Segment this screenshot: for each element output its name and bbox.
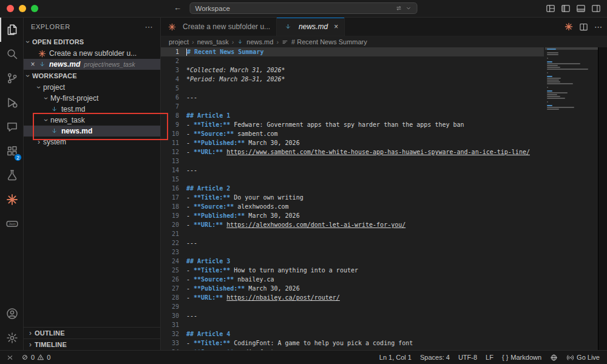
editor-line[interactable]: 9- **Title:** Fedware: Government apps t… (161, 120, 544, 129)
globe-button[interactable] (550, 354, 558, 362)
editor-line[interactable]: 33- **Title:** CodingFont: A game to hel… (161, 339, 544, 348)
line-number: 6 (161, 94, 186, 101)
chevron-down-icon[interactable] (405, 5, 412, 12)
minimize-window-button[interactable] (19, 5, 26, 12)
activity-json-button[interactable]: Json (0, 212, 23, 236)
editor-line[interactable]: 21 (161, 229, 544, 238)
more-actions-icon[interactable]: ⋯ (594, 22, 602, 32)
activity-extensions-button[interactable]: 2 (0, 139, 23, 163)
editor-line[interactable]: 2 (161, 56, 544, 66)
tab-create-subfolder[interactable]: Create a new subfolder u... (161, 18, 277, 36)
editor-line[interactable]: 20- **URL:** https://alexhwoods.com/dont… (161, 220, 544, 229)
toggle-primary-sidebar-icon[interactable] (561, 4, 571, 13)
scrollbar[interactable] (598, 47, 607, 350)
breadcrumb-news-md[interactable]: news.md (246, 38, 273, 46)
editor-line[interactable]: 12- **URL:** https://www.sambent.com/the… (161, 147, 544, 157)
editor-line[interactable]: 30--- (161, 311, 544, 320)
minimap[interactable] (545, 47, 599, 350)
editor-line[interactable]: 3*Collected: March 31, 2026* (161, 66, 544, 75)
chevron-down-icon: › (35, 83, 43, 92)
editor-line[interactable]: 32## Article 4 (161, 329, 544, 339)
outline-header[interactable]: › OUTLINE (24, 327, 160, 339)
activity-accounts-button[interactable] (0, 302, 23, 326)
customize-layout-icon[interactable] (546, 4, 555, 13)
command-center[interactable]: Workspace (190, 2, 418, 14)
tab-news-md[interactable]: news.md × (277, 18, 345, 36)
tree-folder-news-task[interactable]: ›news_task (24, 115, 160, 126)
editor-line[interactable]: 27- **Published:** March 30, 2026 (161, 284, 544, 293)
split-editor-icon[interactable] (579, 22, 588, 32)
close-editor-icon[interactable]: × (29, 60, 37, 69)
language-mode[interactable]: { } Markdown (502, 354, 541, 361)
close-tab-icon[interactable]: × (334, 22, 338, 31)
editor-line[interactable]: 34- **Source:** codingfont.com (161, 348, 544, 350)
minimap-line (547, 81, 560, 83)
remote-indicator[interactable] (6, 354, 14, 362)
sidebar-more-actions-icon[interactable]: ⋯ (144, 22, 153, 32)
editor-line[interactable]: 10- **Source:** sambent.com (161, 129, 544, 138)
editor-line[interactable]: 19- **Published:** March 30, 2026 (161, 211, 544, 220)
close-window-button[interactable] (7, 5, 14, 12)
editor-line[interactable]: 7 (161, 102, 544, 111)
activity-chat-button[interactable] (0, 115, 23, 139)
editor-line[interactable]: 22--- (161, 238, 544, 248)
editor[interactable]: 1# Recent News Summary23*Collected: Marc… (161, 47, 607, 350)
toggle-panel-icon[interactable] (576, 4, 586, 13)
cursor-position[interactable]: Ln 1, Col 1 (379, 354, 412, 361)
editor-line[interactable]: 26- **Source:** nbailey.ca (161, 275, 544, 284)
editor-line[interactable]: 4*Period: March 28–31, 2026* (161, 75, 544, 84)
encoding[interactable]: UTF-8 (458, 354, 477, 361)
claude-action-icon[interactable] (565, 22, 573, 31)
editor-line[interactable]: 11- **Published:** March 30, 2026 (161, 138, 544, 147)
activity-explorer-button[interactable] (0, 18, 23, 42)
line-number: 34 (161, 349, 186, 350)
tree-folder-project[interactable]: ›project (24, 82, 160, 93)
activity-source-control-button[interactable] (0, 66, 23, 90)
editor-line[interactable]: 15 (161, 175, 544, 184)
toggle-secondary-sidebar-icon[interactable] (591, 4, 601, 13)
editor-line[interactable]: 17- **Title:** Do your own writing (161, 193, 544, 202)
open-editor-news-md[interactable]: × news.md project/news_task (24, 59, 160, 70)
editor-line[interactable]: 13 (161, 157, 544, 166)
editor-line[interactable]: 5 (161, 84, 544, 93)
workspace-header[interactable]: › WORKSPACE (24, 70, 160, 82)
editor-line[interactable]: 14--- (161, 166, 544, 175)
editor-line[interactable]: 18- **Source:** alexhwoods.com (161, 202, 544, 211)
go-live-button[interactable]: Go Live (566, 354, 600, 362)
breadcrumb-news-task[interactable]: news_task (197, 38, 229, 46)
indentation[interactable]: Spaces: 4 (420, 354, 450, 361)
activity-run-debug-button[interactable] (0, 90, 23, 115)
activity-testing-button[interactable] (0, 163, 23, 187)
tab-label: news.md (299, 22, 328, 31)
activity-claude-button[interactable] (0, 187, 23, 212)
workspace-switch-icon[interactable] (395, 4, 403, 12)
editor-line[interactable]: 8## Article 1 (161, 111, 544, 120)
editor-line[interactable]: 25- **Title:** How to turn anything into… (161, 266, 544, 275)
problems-indicator[interactable]: 0 0 (21, 354, 50, 361)
editor-line[interactable]: 31 (161, 320, 544, 329)
editor-line[interactable]: 23 (161, 248, 544, 257)
code-segment: ## Article 3 (186, 258, 230, 265)
tree-file-test-md[interactable]: test.md (24, 104, 160, 115)
activity-search-button[interactable] (0, 42, 23, 66)
editor-line[interactable]: 16## Article 2 (161, 184, 544, 193)
breadcrumb-project[interactable]: project (169, 38, 189, 46)
open-editor-create-subfolder[interactable]: Create a new subfolder u... (24, 48, 160, 59)
eol-sequence[interactable]: LF (486, 354, 493, 361)
activity-settings-button[interactable] (0, 326, 23, 350)
open-editors-header[interactable]: › OPEN EDITORS (24, 36, 160, 48)
zoom-window-button[interactable] (31, 5, 38, 12)
editor-line[interactable]: 6--- (161, 93, 544, 102)
timeline-header[interactable]: › TIMELINE (24, 339, 160, 350)
chevron-down-icon: › (42, 94, 50, 103)
tree-folder-my-first-project[interactable]: ›My-first-project (24, 93, 160, 104)
tree-folder-system[interactable]: ›system (24, 136, 160, 147)
editor-line[interactable]: 1# Recent News Summary (161, 47, 544, 56)
tree-file-news-md[interactable]: news.md (24, 126, 160, 136)
editor-line[interactable]: 24## Article 3 (161, 257, 544, 266)
editor-line[interactable]: 29 (161, 302, 544, 311)
editor-line[interactable]: 28- **URL:** https://nbailey.ca/post/rou… (161, 293, 544, 302)
nav-back-icon[interactable]: ← (174, 3, 181, 12)
breadcrumb-symbol[interactable]: # Recent News Summary (291, 38, 367, 46)
code-segment: CodingFont: A game to help you pick a co… (230, 340, 413, 346)
